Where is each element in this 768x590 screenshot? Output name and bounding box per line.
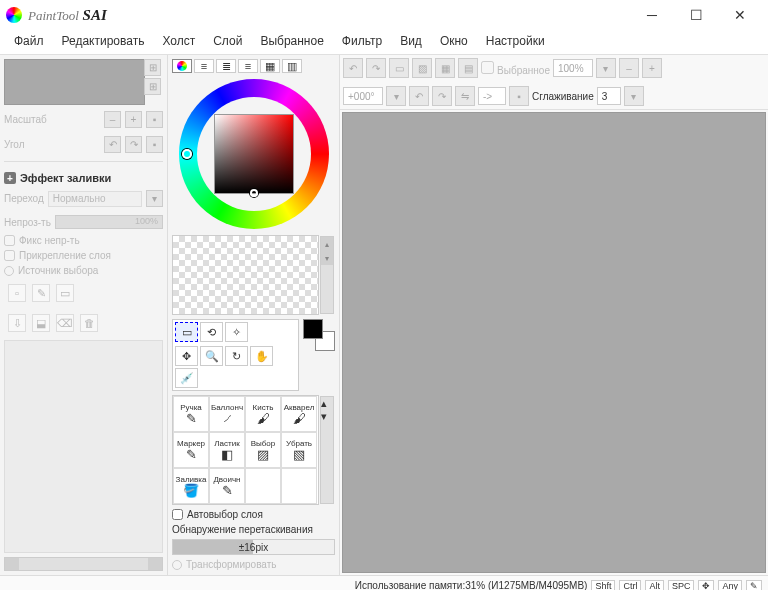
rect-select-tool[interactable]: ▭	[175, 322, 198, 342]
blend-dropdown-button[interactable]: ▾	[146, 190, 163, 207]
brush-brush[interactable]: Кисть🖌	[245, 396, 281, 432]
new-layer-icon[interactable]: ▫	[8, 284, 26, 302]
redo-button[interactable]: ↷	[366, 58, 386, 78]
autoselect-checkbox[interactable]: Автовыбор слоя	[172, 509, 335, 520]
maximize-button[interactable]: ☐	[674, 1, 718, 29]
selection-source-radio[interactable]: Источник выбора	[4, 265, 163, 276]
color-swatches-tab[interactable]: ▦	[260, 59, 280, 73]
swatch-palette[interactable]: ▴ ▾	[172, 235, 319, 315]
toggle-button[interactable]: ▤	[458, 58, 478, 78]
brush-empty[interactable]	[281, 468, 317, 504]
reset-button[interactable]: ▪	[509, 86, 529, 106]
brush-bucket[interactable]: Заливка🪣	[173, 468, 209, 504]
rotate-ccw-button[interactable]: ↶	[104, 136, 121, 153]
smoothing-field[interactable]: 3	[597, 87, 621, 105]
zoom-tool[interactable]: 🔍	[200, 346, 223, 366]
scroll-down-icon[interactable]: ▾	[321, 410, 333, 423]
foreground-color[interactable]	[303, 319, 323, 339]
hand-tool[interactable]: ✋	[250, 346, 273, 366]
scroll-up-icon[interactable]: ▴	[321, 397, 333, 410]
scroll-up-icon[interactable]: ▴	[321, 237, 333, 251]
zoom-in-button[interactable]: +	[642, 58, 662, 78]
rotate-cw-button[interactable]: ↷	[125, 136, 142, 153]
brush-deselect[interactable]: Убрать▧	[281, 432, 317, 468]
scroll-down-icon[interactable]: ▾	[321, 251, 333, 265]
sv-square[interactable]	[214, 114, 294, 194]
flip-h-button[interactable]: ⇋	[455, 86, 475, 106]
color-hsv-tab[interactable]: ≣	[216, 59, 236, 73]
invert-button[interactable]: ▨	[412, 58, 432, 78]
zoom-reset-button[interactable]: ▪	[146, 111, 163, 128]
brush-select[interactable]: Выбор▨	[245, 432, 281, 468]
merge-down-icon[interactable]: ⬓	[32, 314, 50, 332]
delete-layer-icon[interactable]: 🗑	[80, 314, 98, 332]
navigator-thumbnail[interactable]	[4, 59, 145, 105]
menu-edit[interactable]: Редактировать	[62, 34, 145, 48]
new-folder-icon[interactable]: ▭	[56, 284, 74, 302]
brush-eraser[interactable]: Ластик◧	[209, 432, 245, 468]
layer-list[interactable]	[4, 340, 163, 553]
menu-settings[interactable]: Настройки	[486, 34, 545, 48]
brush-binary[interactable]: Двоичн✎	[209, 468, 245, 504]
magic-wand-tool[interactable]: ✧	[225, 322, 248, 342]
clear-layer-icon[interactable]: ⌫	[56, 314, 74, 332]
menu-canvas[interactable]: Холст	[162, 34, 195, 48]
rotation-field[interactable]: +000°	[343, 87, 383, 105]
layer-hscroll[interactable]	[4, 557, 163, 571]
blend-mode-select[interactable]: Нормально	[48, 191, 142, 207]
close-button[interactable]: ✕	[718, 1, 762, 29]
menu-window[interactable]: Окно	[440, 34, 468, 48]
rotate-reset-button[interactable]: ▪	[146, 136, 163, 153]
undo-button[interactable]: ↶	[343, 58, 363, 78]
brush-watercolor[interactable]: Акварел🖌	[281, 396, 317, 432]
rotate-tool[interactable]: ↻	[225, 346, 248, 366]
show-sel-button[interactable]: ▦	[435, 58, 455, 78]
nav-zoom-btn[interactable]: ⊞	[144, 78, 161, 95]
deselect-button[interactable]: ▭	[389, 58, 409, 78]
zoom-out-button[interactable]: –	[619, 58, 639, 78]
menu-file[interactable]: Файл	[14, 34, 44, 48]
zoom-field[interactable]: 100%	[553, 59, 593, 77]
fg-bg-colors[interactable]	[303, 319, 335, 351]
zoom-in-button[interactable]: +	[125, 111, 142, 128]
new-linework-icon[interactable]: ✎	[32, 284, 50, 302]
color-rgb-tab[interactable]: ≡	[194, 59, 214, 73]
opacity-slider[interactable]: 100%	[55, 215, 163, 229]
menu-filter[interactable]: Фильтр	[342, 34, 382, 48]
brush-airbrush[interactable]: Баллонч⟋	[209, 396, 245, 432]
zoom-dropdown[interactable]: ▾	[596, 58, 616, 78]
brush-pen[interactable]: Ручка✎	[173, 396, 209, 432]
canvas[interactable]	[342, 112, 766, 573]
eyedropper-tool[interactable]: 💉	[175, 368, 198, 388]
scroll-right-icon[interactable]	[148, 558, 162, 570]
rotate-ccw-button[interactable]: ↶	[409, 86, 429, 106]
lasso-tool[interactable]: ⟲	[200, 322, 223, 342]
hue-cursor-icon[interactable]	[182, 149, 192, 159]
brush-marker[interactable]: Маркер✎	[173, 432, 209, 468]
drag-detection-slider[interactable]: ±16pix	[172, 539, 335, 555]
menu-selection[interactable]: Выбранное	[260, 34, 323, 48]
transform-radio[interactable]: Трансформировать	[172, 559, 335, 570]
scroll-left-icon[interactable]	[5, 558, 19, 570]
clip-layer-checkbox[interactable]: Прикрепление слоя	[4, 250, 163, 261]
selection-checkbox[interactable]	[481, 61, 494, 74]
swatch-scrollbar[interactable]: ▴ ▾	[320, 236, 334, 314]
brush-scrollbar[interactable]: ▴ ▾	[320, 396, 334, 504]
sv-cursor-icon[interactable]	[250, 189, 258, 197]
transfer-down-icon[interactable]: ⇩	[8, 314, 26, 332]
color-picker[interactable]	[172, 77, 335, 231]
color-wheel-tab[interactable]	[172, 59, 192, 73]
fix-opacity-checkbox[interactable]: Фикс непр-ть	[4, 235, 163, 246]
rotation-dropdown[interactable]: ▾	[386, 86, 406, 106]
menu-view[interactable]: Вид	[400, 34, 422, 48]
color-mixer-tab[interactable]: ≡	[238, 59, 258, 73]
zoom-out-button[interactable]: –	[104, 111, 121, 128]
color-scratch-tab[interactable]: ▥	[282, 59, 302, 73]
nav-zoom-btn[interactable]: ⊞	[144, 59, 161, 76]
menu-layer[interactable]: Слой	[213, 34, 242, 48]
brush-empty[interactable]	[245, 468, 281, 504]
rotate-cw-button[interactable]: ↷	[432, 86, 452, 106]
fill-effect-header[interactable]: + Эффект заливки	[4, 172, 163, 184]
move-tool[interactable]: ✥	[175, 346, 198, 366]
smoothing-dropdown[interactable]: ▾	[624, 86, 644, 106]
